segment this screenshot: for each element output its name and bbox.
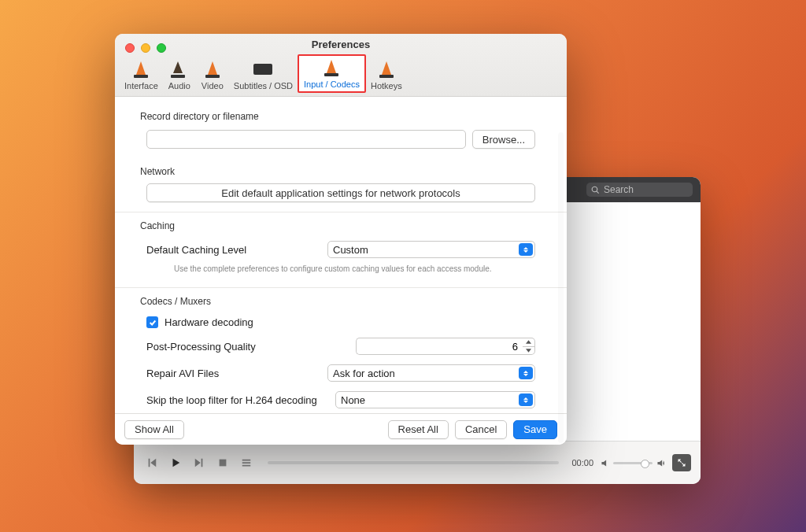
zoom-button[interactable] [157,43,166,53]
reset-all-button[interactable]: Reset All [388,420,449,439]
video-icon [202,59,224,79]
search-placeholder: Search [604,184,634,195]
browse-button[interactable]: Browse... [472,130,535,149]
volume-low-icon [600,458,610,468]
caching-help-text: Use the complete preferences to configur… [115,263,567,278]
hardware-decoding-checkbox[interactable] [146,316,158,328]
preferences-titlebar: Preferences Interface Audio Video Subtit… [115,34,567,97]
codecs-section-label: Codecs / Muxers [115,290,567,312]
preferences-window: Preferences Interface Audio Video Subtit… [115,34,567,445]
playlist-button[interactable] [238,454,255,471]
post-processing-label: Post-Processing Quality [146,341,327,353]
volume-high-icon [656,458,666,468]
preferences-toolbar: Interface Audio Video Subtitles / OSD In… [115,50,567,93]
tab-label: Input / Codecs [304,79,360,89]
input-codecs-icon [320,57,342,78]
chevron-updown-icon [519,243,533,256]
tab-label: Interface [124,81,158,91]
fullscreen-button[interactable] [672,454,691,471]
tab-subtitles[interactable]: Subtitles / OSD [229,57,298,93]
stepper-down-icon [523,347,534,355]
caching-level-label: Default Caching Level [146,244,327,256]
hardware-decoding-label: Hardware decoding [165,316,253,328]
interface-icon [130,59,152,79]
tab-input-codecs[interactable]: Input / Codecs [298,54,366,93]
play-button[interactable] [167,454,184,471]
minimize-button[interactable] [141,43,150,53]
show-all-button[interactable]: Show All [124,420,184,439]
tab-interface[interactable]: Interface [120,57,163,93]
stepper-up-icon [523,338,534,347]
caching-level-select[interactable]: Custom [327,241,535,258]
chevron-updown-icon [519,393,533,406]
post-processing-input[interactable] [356,338,523,355]
tab-label: Subtitles / OSD [234,81,293,91]
repair-avi-label: Repair AVI Files [146,368,327,379]
edit-network-protocols-button[interactable]: Edit default application settings for ne… [146,183,535,202]
skip-loop-select[interactable]: None [335,391,535,408]
stop-button[interactable] [214,454,231,471]
volume-slider[interactable] [613,462,653,464]
preferences-content: Record directory or filename Browse... N… [115,97,567,413]
chevron-updown-icon [519,367,533,379]
tab-video[interactable]: Video [196,57,229,93]
skip-loop-label: Skip the loop filter for H.264 decoding [146,394,335,406]
divider [115,287,567,288]
cancel-button[interactable]: Cancel [455,420,507,439]
tab-label: Audio [168,81,190,91]
preferences-footer: Show All Reset All Cancel Save [115,413,567,445]
audio-icon [168,59,190,79]
tab-audio[interactable]: Audio [163,57,196,93]
close-button[interactable] [125,43,135,53]
next-button[interactable] [190,454,208,471]
subtitles-icon [252,59,274,79]
svg-rect-2 [220,460,227,467]
post-processing-stepper[interactable] [523,338,535,355]
search-icon [591,186,600,194]
divider [115,212,567,212]
caching-section-label: Caching [115,214,567,236]
repair-avi-select[interactable]: Ask for action [327,364,535,382]
hotkeys-icon [375,59,397,79]
record-path-input[interactable] [146,130,466,149]
tab-label: Video [202,81,224,91]
scrollbar[interactable] [558,132,564,443]
time-display: 00:00 [571,458,593,467]
prev-button[interactable] [143,454,161,471]
check-icon [149,319,157,327]
tab-label: Hotkeys [371,81,402,91]
window-controls [125,43,166,53]
tab-hotkeys[interactable]: Hotkeys [366,57,407,93]
save-button[interactable]: Save [513,420,557,439]
volume-control[interactable] [600,458,666,468]
player-search-field[interactable]: Search [586,183,693,197]
window-title: Preferences [115,34,567,50]
seek-slider[interactable] [268,461,559,464]
network-section-label: Network [115,152,567,182]
record-section-label: Record directory or filename [115,105,567,127]
player-controls-bar: 00:00 [134,441,701,484]
